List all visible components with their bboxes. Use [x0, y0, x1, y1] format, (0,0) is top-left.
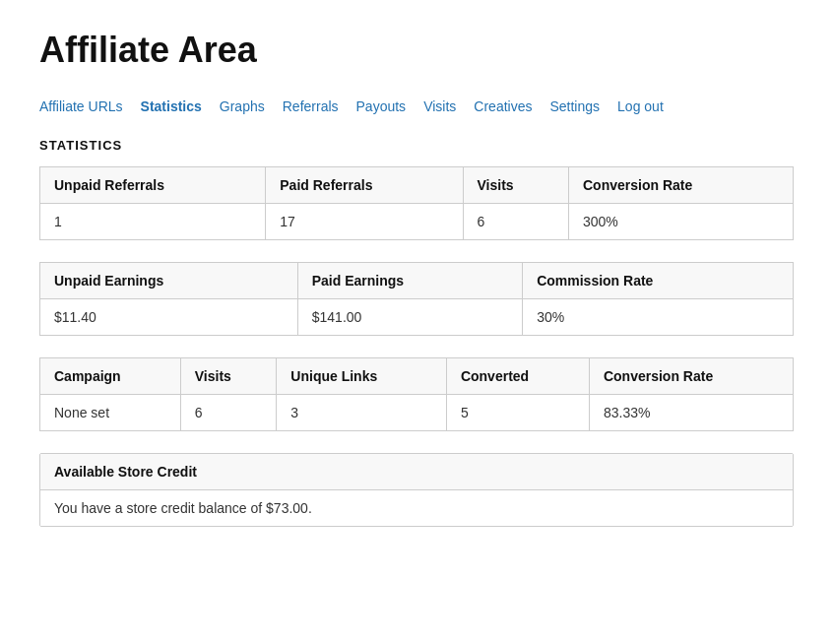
table-row: 1 17 6 300%	[40, 204, 794, 240]
col-unpaid-earnings: Unpaid Earnings	[40, 263, 298, 299]
table-row: $11.40 $141.00 30%	[40, 299, 794, 336]
cell-unique-links: 3	[277, 395, 447, 431]
nav-item-visits[interactable]: Visits	[423, 98, 456, 114]
cell-converted: 5	[446, 395, 589, 431]
cell-conversion-rate-value: 83.33%	[589, 395, 793, 431]
col-visits: Visits	[180, 358, 277, 395]
col-paid-earnings: Paid Earnings	[297, 263, 522, 299]
main-nav: Affiliate URLsStatisticsGraphsReferralsP…	[39, 98, 794, 114]
col-conversion-rate: Conversion Rate	[568, 167, 793, 204]
cell-conversion-rate: 300%	[568, 204, 793, 240]
campaign-table: Campaign Visits Unique Links Converted C…	[39, 357, 794, 431]
col-visits: Visits	[463, 167, 568, 204]
page-title: Affiliate Area	[39, 30, 794, 71]
referrals-table: Unpaid Referrals Paid Referrals Visits C…	[39, 166, 794, 240]
cell-paid-earnings: $141.00	[297, 299, 522, 336]
nav-item-affiliate-urls[interactable]: Affiliate URLs	[39, 98, 123, 114]
col-campaign: Campaign	[40, 358, 181, 395]
nav-item-settings[interactable]: Settings	[549, 98, 600, 114]
cell-campaign: None set	[40, 395, 181, 431]
col-unpaid-referrals: Unpaid Referrals	[40, 167, 266, 204]
store-credit-header: Available Store Credit	[40, 454, 793, 490]
nav-item-referrals[interactable]: Referrals	[283, 98, 339, 114]
cell-commission-rate: 30%	[523, 299, 794, 336]
earnings-table: Unpaid Earnings Paid Earnings Commission…	[39, 262, 794, 336]
section-title: STATISTICS	[39, 138, 794, 153]
store-credit-body: You have a store credit balance of $73.0…	[40, 490, 793, 526]
nav-item-log-out[interactable]: Log out	[617, 98, 664, 114]
col-commission-rate: Commission Rate	[523, 263, 794, 299]
nav-item-graphs[interactable]: Graphs	[220, 98, 265, 114]
table-row: None set 6 3 5 83.33%	[40, 395, 794, 431]
col-paid-referrals: Paid Referrals	[266, 167, 463, 204]
cell-visits: 6	[463, 204, 568, 240]
store-credit-box: Available Store Credit You have a store …	[39, 453, 794, 527]
col-conversion-rate: Conversion Rate	[589, 358, 793, 395]
cell-unpaid-referrals: 1	[40, 204, 266, 240]
nav-item-statistics[interactable]: Statistics	[141, 98, 202, 114]
cell-unpaid-earnings: $11.40	[40, 299, 298, 336]
col-unique-links: Unique Links	[277, 358, 447, 395]
cell-visits: 6	[180, 395, 277, 431]
cell-paid-referrals: 17	[266, 204, 463, 240]
nav-item-payouts[interactable]: Payouts	[356, 98, 407, 114]
nav-item-creatives[interactable]: Creatives	[474, 98, 532, 114]
col-converted: Converted	[446, 358, 589, 395]
